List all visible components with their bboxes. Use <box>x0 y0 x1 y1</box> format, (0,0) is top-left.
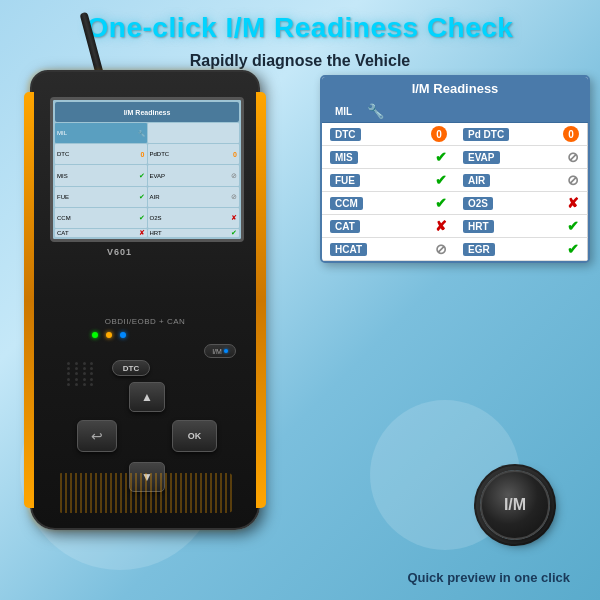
screen-cat: CAT✘ <box>55 229 147 237</box>
air-label: AIR <box>463 174 490 187</box>
table-fue-cell: FUE ✔ <box>322 169 455 192</box>
table-pddtc-cell: Pd DTC 0 <box>455 123 588 146</box>
egr-status: ✔ <box>567 241 579 257</box>
hcat-label: HCAT <box>330 243 367 256</box>
screen-ccm: CCM✔ <box>55 208 147 228</box>
screen-o2s: O2S✘ <box>148 208 240 228</box>
table-hrt-cell: HRT ✔ <box>455 215 588 238</box>
up-button[interactable]: ▲ <box>129 382 165 412</box>
light-im-indicator <box>120 332 126 338</box>
brand-label: OBDII/EOBD + CAN <box>62 317 228 326</box>
im-button-small[interactable]: I/M <box>204 344 236 358</box>
hcat-status: ⊘ <box>435 241 447 257</box>
o2s-label: O2S <box>463 197 493 210</box>
screen-mis: MIS✔ <box>55 165 147 185</box>
screen-pddtc: PdDTC0 <box>148 144 240 164</box>
ok-button[interactable]: OK <box>172 420 217 452</box>
light-yellow <box>106 332 112 338</box>
im-button-large[interactable]: I/M <box>480 470 550 540</box>
cat-status: ✘ <box>435 218 447 234</box>
screen-mil: MIL🔧 <box>55 123 147 143</box>
screen-title: I/M Readiness <box>55 102 239 122</box>
evap-label: EVAP <box>463 151 500 164</box>
back-button[interactable]: ↩ <box>77 420 117 452</box>
mis-label: MIS <box>330 151 358 164</box>
fue-status: ✔ <box>435 172 447 188</box>
table-o2s-cell: O2S ✘ <box>455 192 588 215</box>
dtc-status: 0 <box>431 126 447 142</box>
im-dot <box>224 349 228 353</box>
egr-label: EGR <box>463 243 495 256</box>
evap-status: ⊘ <box>567 149 579 165</box>
table-hcat-cell: HCAT ⊘ <box>322 238 455 261</box>
screen-fue: FUE✔ <box>55 187 147 207</box>
o2s-status: ✘ <box>567 195 579 211</box>
table-title: I/M Readiness <box>322 77 588 100</box>
table-dtc-cell: DTC 0 <box>322 123 455 146</box>
mil-label: MIL <box>330 105 357 118</box>
pddtc-label: Pd DTC <box>463 128 509 141</box>
screen-hrt: HRT✔ <box>148 229 240 237</box>
table-grid: MIL 🔧 DTC 0 Pd DTC 0 MIS ✔ EVAP ⊘ FUE ✔ … <box>322 100 588 261</box>
hrt-status: ✔ <box>567 218 579 234</box>
model-label: V601 <box>107 247 132 257</box>
im-label-small: I/M <box>212 348 222 355</box>
device-grip <box>57 473 233 513</box>
table-egr-cell: EGR ✔ <box>455 238 588 261</box>
light-green <box>92 332 98 338</box>
cat-label: CAT <box>330 220 360 233</box>
table-mil-row: MIL 🔧 <box>322 100 588 123</box>
dtc-label: DTC <box>330 128 361 141</box>
device-screen: I/M Readiness MIL🔧 DTC0 PdDTC0 MIS✔ EVAP… <box>50 97 244 242</box>
quick-preview-text: Quick preview in one click <box>407 570 570 585</box>
device: I/M Readiness MIL🔧 DTC0 PdDTC0 MIS✔ EVAP… <box>10 70 280 560</box>
mis-status: ✔ <box>435 149 447 165</box>
pddtc-status: 0 <box>563 126 579 142</box>
screen-air: AIR⊘ <box>148 187 240 207</box>
table-cat-cell: CAT ✘ <box>322 215 455 238</box>
dtc-button[interactable]: DTC <box>112 360 150 376</box>
hrt-label: HRT <box>463 220 494 233</box>
table-evap-cell: EVAP ⊘ <box>455 146 588 169</box>
im-readiness-table: I/M Readiness MIL 🔧 DTC 0 Pd DTC 0 MIS ✔… <box>320 75 590 263</box>
table-mis-cell: MIS ✔ <box>322 146 455 169</box>
screen-empty <box>148 123 240 143</box>
table-air-cell: AIR ⊘ <box>455 169 588 192</box>
ccm-status: ✔ <box>435 195 447 211</box>
screen-evap: EVAP⊘ <box>148 165 240 185</box>
fue-label: FUE <box>330 174 360 187</box>
status-lights <box>92 332 126 338</box>
engine-icon: 🔧 <box>367 103 384 119</box>
table-ccm-cell: CCM ✔ <box>322 192 455 215</box>
ccm-label: CCM <box>330 197 363 210</box>
screen-dtc: DTC0 <box>55 144 147 164</box>
air-status: ⊘ <box>567 172 579 188</box>
device-body: I/M Readiness MIL🔧 DTC0 PdDTC0 MIS✔ EVAP… <box>30 70 260 530</box>
